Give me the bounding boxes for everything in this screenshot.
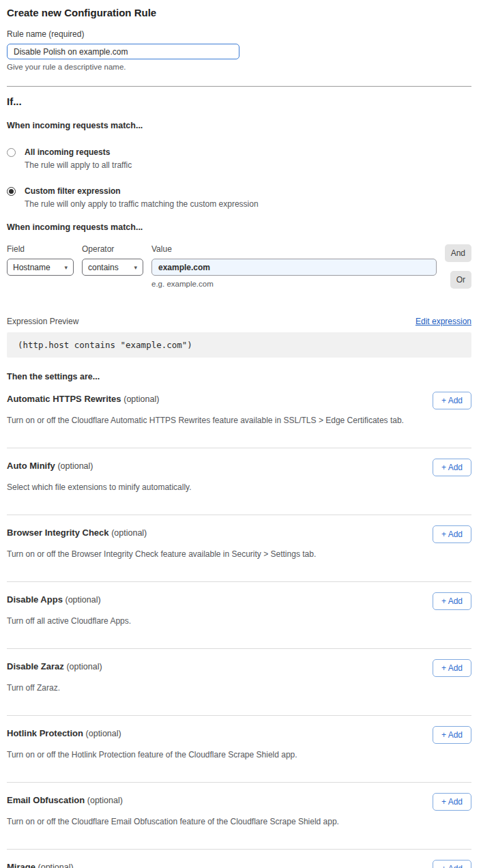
setting-description: Turn off Zaraz. [7,683,471,693]
setting-description: Select which file extensions to minify a… [7,482,471,492]
setting-name: Automatic HTTPS Rewrites [7,394,121,404]
setting-title: Auto Minify (optional) [7,459,93,471]
radio-option-all-requests[interactable]: All incoming requests The rule will appl… [7,147,471,170]
setting-optional-tag: (optional) [57,461,93,471]
radio-selected-icon[interactable] [7,187,16,196]
match-heading: When incoming requests match... [7,121,471,130]
value-input[interactable] [151,259,437,276]
setting-description: Turn on or off the Cloudflare Automatic … [7,416,471,425]
setting-name: Email Obfuscation [7,795,85,805]
radio-description: The rule will only apply to traffic matc… [25,199,259,209]
setting-optional-tag: (optional) [86,729,121,738]
setting-name: Hotlink Protection [7,728,83,738]
operator-label: Operator [82,244,143,254]
setting-row: Disable Apps (optional) + Add Turn off a… [7,582,471,649]
setting-description: Turn off all active Cloudflare Apps. [7,616,471,626]
or-button[interactable]: Or [450,271,471,289]
setting-title: Email Obfuscation (optional) [7,793,123,805]
setting-title: Disable Apps (optional) [7,592,101,605]
divider [7,86,471,87]
setting-optional-tag: (optional) [123,394,159,404]
value-label: Value [151,244,437,254]
setting-description: Turn on or off the Browser Integrity Che… [7,549,471,559]
setting-row: Email Obfuscation (optional) + Add Turn … [7,783,471,850]
value-hint: e.g. example.com [151,280,437,288]
setting-row: Auto Minify (optional) + Add Select whic… [7,448,471,515]
setting-row: Automatic HTTPS Rewrites (optional) + Ad… [7,381,471,448]
radio-label[interactable]: All incoming requests [25,147,132,157]
rule-name-label: Rule name (required) [7,29,471,39]
chevron-down-icon: ▾ [134,264,137,271]
setting-row: Browser Integrity Check (optional) + Add… [7,515,471,582]
setting-title: Disable Zaraz (optional) [7,659,102,671]
radio-label[interactable]: Custom filter expression [25,186,259,196]
rule-name-help: Give your rule a descriptive name. [7,63,471,71]
radio-option-custom-expression[interactable]: Custom filter expression The rule will o… [7,186,471,209]
setting-optional-tag: (optional) [87,796,123,805]
add-button[interactable]: + Add [433,659,471,677]
add-button[interactable]: + Add [433,459,471,476]
setting-description: Turn on or off the Hotlink Protection fe… [7,750,471,760]
setting-row: Mirage (optional) + Add Turn on or off t… [7,850,471,868]
setting-optional-tag: (optional) [66,662,102,671]
chevron-down-icon: ▾ [64,264,68,271]
builder-heading: When incoming requests match... [7,222,471,232]
field-label: Field [7,244,74,254]
add-button[interactable]: + Add [433,726,471,744]
radio-unselected-icon[interactable] [7,148,16,157]
radio-description: The rule will apply to all traffic [25,160,132,170]
add-button[interactable]: + Add [433,860,471,868]
setting-row: Hotlink Protection (optional) + Add Turn… [7,716,471,783]
operator-select[interactable]: contains ▾ [82,259,143,276]
setting-row: Disable Zaraz (optional) + Add Turn off … [7,649,471,716]
expression-preview-code: (http.host contains "example.com") [7,332,471,358]
add-button[interactable]: + Add [433,392,471,409]
rule-name-section: Rule name (required) Give your rule a de… [7,29,471,71]
expression-preview-label: Expression Preview [7,317,78,326]
setting-optional-tag: (optional) [38,863,74,868]
if-heading: If... [7,96,471,107]
setting-description: Turn on or off the Cloudflare Email Obfu… [7,817,471,826]
setting-title: Hotlink Protection (optional) [7,726,121,738]
operator-select-value: contains [88,263,119,272]
then-settings-heading: Then the settings are... [7,372,471,381]
edit-expression-link[interactable]: Edit expression [416,317,471,326]
add-button[interactable]: + Add [433,525,471,543]
page-title: Create new Configuration Rule [7,7,471,18]
setting-name: Mirage [7,862,35,868]
settings-list: Automatic HTTPS Rewrites (optional) + Ad… [7,381,471,868]
field-select-value: Hostname [13,263,50,272]
field-select[interactable]: Hostname ▾ [7,259,74,276]
setting-title: Browser Integrity Check (optional) [7,525,147,538]
setting-name: Auto Minify [7,461,55,471]
add-button[interactable]: + Add [433,592,471,610]
expression-builder: Field Hostname ▾ Operator contains ▾ Val… [7,244,471,299]
setting-name: Disable Apps [7,594,63,605]
setting-optional-tag: (optional) [65,595,101,605]
setting-name: Browser Integrity Check [7,527,109,538]
rule-name-input[interactable] [7,44,239,59]
and-button[interactable]: And [445,244,471,262]
add-button[interactable]: + Add [433,793,471,811]
setting-title: Automatic HTTPS Rewrites (optional) [7,392,159,404]
setting-name: Disable Zaraz [7,661,64,671]
setting-title: Mirage (optional) [7,860,74,868]
setting-optional-tag: (optional) [111,528,147,538]
